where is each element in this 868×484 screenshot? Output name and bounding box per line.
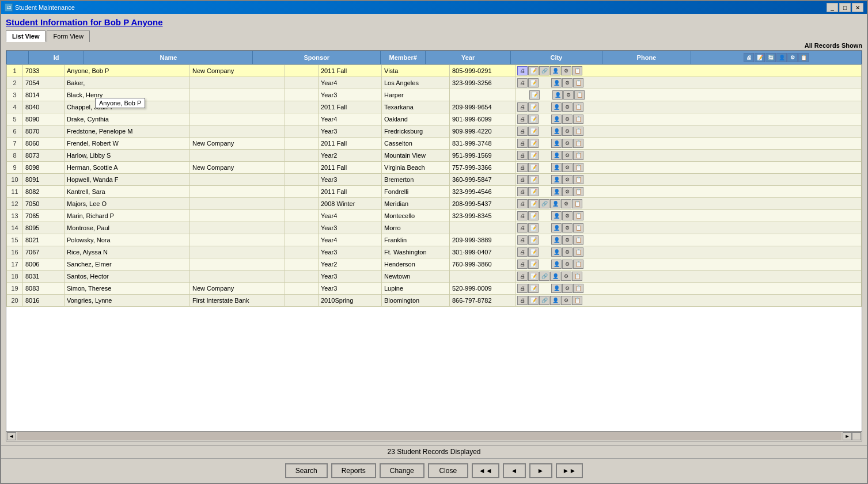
minimize-button[interactable]: _ <box>827 3 838 12</box>
row-icon-edit[interactable]: 📝 <box>528 175 539 184</box>
row-icon-settings[interactable]: ⚙ <box>561 199 571 208</box>
row-icon-edit[interactable]: 📝 <box>528 199 539 208</box>
row-icon-print[interactable]: 🖨 <box>517 272 528 281</box>
table-row[interactable]: 13 7065 Marin, Richard P Year4 Montecell… <box>7 210 862 222</box>
row-icon-print[interactable]: 🖨 <box>517 163 528 172</box>
row-icon-link[interactable]: 🔗 <box>539 66 549 75</box>
row-icon-person[interactable]: 👤 <box>551 247 562 257</box>
row-icon-view[interactable]: 📋 <box>572 66 582 75</box>
search-button[interactable]: Search <box>285 463 328 478</box>
nav-first-button[interactable]: ◄◄ <box>472 463 499 478</box>
col-header-phone[interactable]: Phone <box>602 51 691 64</box>
row-icon-print[interactable]: 🖨 <box>517 296 528 305</box>
reports-button[interactable]: Reports <box>331 463 376 478</box>
col-header-id[interactable]: Id <box>28 51 84 64</box>
row-icon-view[interactable]: 📋 <box>573 127 583 136</box>
table-row[interactable]: 14 8095 Montrose, Paul Year3 Morro 🖨 📝 👤… <box>7 222 862 234</box>
row-icon-settings[interactable]: ⚙ <box>562 151 573 160</box>
row-icon-person[interactable]: 👤 <box>550 272 560 281</box>
row-icon-settings[interactable]: ⚙ <box>562 211 573 220</box>
row-icon-settings[interactable]: ⚙ <box>562 175 573 184</box>
row-icon-edit[interactable]: 📝 <box>528 296 539 305</box>
row-icon-view[interactable]: 📋 <box>573 247 583 257</box>
close-window-button[interactable]: ✕ <box>852 3 863 12</box>
horizontal-scrollbar[interactable]: ◄ ► <box>6 431 862 441</box>
row-icon-settings[interactable]: ⚙ <box>562 187 573 196</box>
tab-form-view[interactable]: Form View <box>47 31 89 42</box>
nav-prev-button[interactable]: ◄ <box>503 463 526 478</box>
table-row[interactable]: 11 8082 Kantrell, Sara 2011 Fall Fondrel… <box>7 186 862 198</box>
row-icon-view[interactable]: 📋 <box>574 90 585 100</box>
row-icon-view[interactable]: 📋 <box>573 260 583 269</box>
header-icon-4[interactable]: 👤 <box>776 53 787 62</box>
row-icon-view[interactable]: 📋 <box>573 284 583 293</box>
row-icon-edit[interactable]: 📝 <box>528 163 539 172</box>
row-icon-view[interactable]: 📋 <box>573 163 583 172</box>
table-row[interactable]: 2 7054 Baker, Year4 Los Angeles 323-999-… <box>7 77 862 89</box>
row-icon-person[interactable]: 👤 <box>551 284 562 293</box>
table-row[interactable]: 6 8070 Fredstone, Penelope M Year3 Fredr… <box>7 125 862 138</box>
row-icon-person[interactable]: 👤 <box>551 223 562 233</box>
row-icon-person[interactable]: 👤 <box>551 127 562 136</box>
row-icon-person[interactable]: 👤 <box>551 235 562 245</box>
row-icon-print[interactable]: 🖨 <box>517 127 528 136</box>
row-icon-edit[interactable]: 📝 <box>528 115 539 124</box>
row-icon-print[interactable]: 🖨 <box>517 175 528 184</box>
header-icon-1[interactable]: 🖨 <box>744 53 754 62</box>
row-icon-edit[interactable]: 📝 <box>528 260 539 269</box>
row-icon-settings[interactable]: ⚙ <box>562 139 573 148</box>
row-icon-view[interactable]: 📋 <box>573 115 583 124</box>
row-icon-settings[interactable]: ⚙ <box>562 247 573 257</box>
row-icon-print[interactable]: 🖨 <box>517 115 528 124</box>
row-icon-settings[interactable]: ⚙ <box>562 115 573 124</box>
row-icon-settings[interactable]: ⚙ <box>562 235 573 245</box>
row-icon-settings[interactable]: ⚙ <box>562 78 573 87</box>
table-row[interactable]: 12 7050 Majors, Lee O 2008 Winter Meridi… <box>7 198 862 210</box>
close-button[interactable]: Close <box>428 463 468 478</box>
col-header-city[interactable]: City <box>511 51 602 64</box>
row-icon-view[interactable]: 📋 <box>573 235 583 245</box>
row-icon-settings[interactable]: ⚙ <box>562 163 573 172</box>
row-icon-settings[interactable]: ⚙ <box>563 90 574 100</box>
table-row[interactable]: 15 8021 Polowsky, Nora Year4 Franklin 20… <box>7 234 862 246</box>
maximize-button[interactable]: □ <box>839 3 851 12</box>
row-icon-print[interactable]: 🖨 <box>517 151 528 160</box>
row-icon-view[interactable]: 📋 <box>572 272 582 281</box>
scroll-track[interactable] <box>17 432 842 440</box>
row-icon-settings[interactable]: ⚙ <box>562 284 573 293</box>
table-row[interactable]: 20 8016 Vongries, Lynne First Interstate… <box>7 295 862 307</box>
row-icon-print[interactable]: 🖨 <box>517 235 528 245</box>
row-icon-view[interactable]: 📋 <box>573 102 583 112</box>
scroll-left-arrow[interactable]: ◄ <box>7 432 16 440</box>
row-icon-settings[interactable]: ⚙ <box>562 102 573 112</box>
row-icon-view[interactable]: 📋 <box>573 187 583 196</box>
row-icon-print[interactable]: 🖨 <box>517 247 528 257</box>
change-button[interactable]: Change <box>380 463 424 478</box>
row-icon-print[interactable]: 🖨 <box>517 199 528 208</box>
row-icon-person[interactable]: 👤 <box>551 163 562 172</box>
scroll-right-arrow[interactable]: ► <box>843 432 852 440</box>
row-icon-edit[interactable]: 📝 <box>528 127 539 136</box>
row-icon-edit[interactable]: 📝 <box>528 223 539 233</box>
table-row[interactable]: 17 8006 Sanchez, Elmer Year2 Henderson 7… <box>7 258 862 270</box>
row-icon-view[interactable]: 📋 <box>573 139 583 148</box>
header-icon-3[interactable]: 🔄 <box>765 53 776 62</box>
row-icon-person[interactable]: 👤 <box>551 151 562 160</box>
row-icon-view[interactable]: 📋 <box>573 223 583 233</box>
row-icon-person[interactable]: 👤 <box>550 199 560 208</box>
row-icon-print[interactable]: 🖨 <box>517 139 528 148</box>
table-row[interactable]: 16 7067 Rice, Alyssa N Year3 Ft. Washing… <box>7 246 862 258</box>
header-icon-5[interactable]: ⚙ <box>787 53 798 62</box>
row-icon-edit[interactable]: 📝 <box>528 78 539 87</box>
row-icon-settings[interactable]: ⚙ <box>562 260 573 269</box>
table-row[interactable]: 5 8090 Drake, Cynthia Year4 Oakland 901-… <box>7 113 862 125</box>
row-icon-print[interactable]: 🖨 <box>517 66 528 75</box>
table-body-scroll[interactable]: 1 7033 Anyone, Bob P New Company 2011 Fa… <box>6 64 862 431</box>
row-icon-view[interactable]: 📋 <box>572 199 582 208</box>
row-icon-print[interactable]: 🖨 <box>517 187 528 196</box>
row-icon-edit[interactable]: 📝 <box>528 66 539 75</box>
row-icon-view[interactable]: 📋 <box>573 211 583 220</box>
row-icon-view[interactable]: 📋 <box>572 296 582 305</box>
row-icon-person[interactable]: 👤 <box>552 90 563 100</box>
col-header-sponsor[interactable]: Sponsor <box>253 51 381 64</box>
